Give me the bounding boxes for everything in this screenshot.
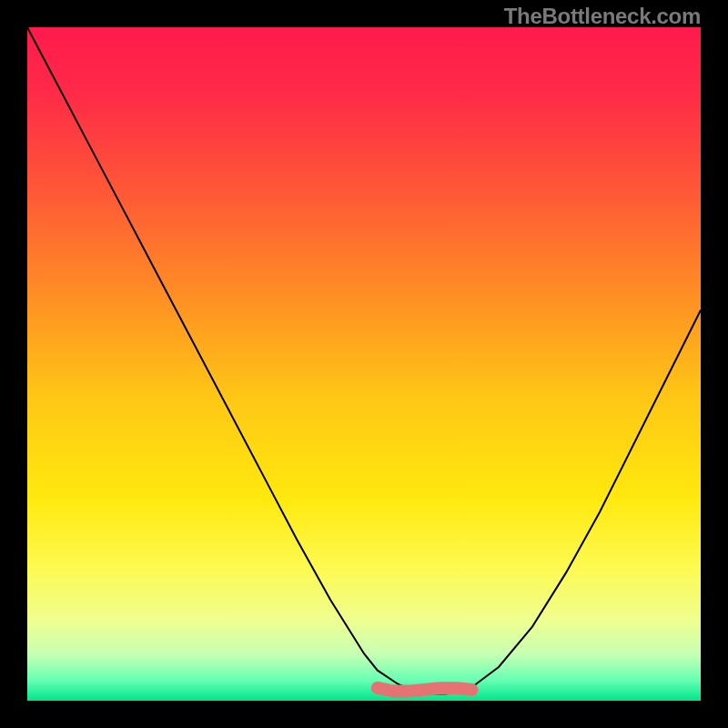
chart-frame: TheBottleneck.com [0, 0, 728, 728]
attribution-text: TheBottleneck.com [504, 4, 701, 29]
plot-area [27, 27, 701, 701]
gradient-rect [27, 27, 701, 701]
background-gradient [27, 27, 701, 701]
